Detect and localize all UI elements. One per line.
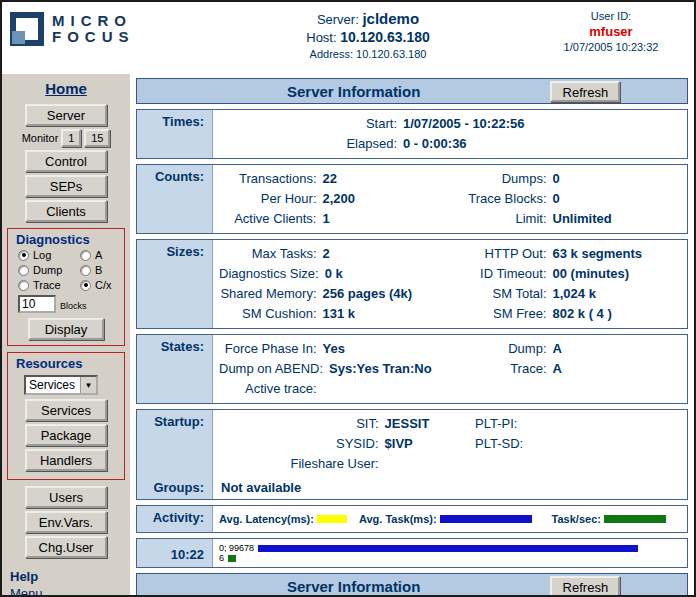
radio-b-icon[interactable] bbox=[80, 265, 91, 276]
radio-log-icon[interactable] bbox=[18, 250, 29, 261]
home-link[interactable]: Home bbox=[45, 80, 87, 97]
field-label: ID Timeout: bbox=[449, 264, 553, 284]
server-name-line: Server: jcldemo bbox=[200, 8, 536, 27]
footer-refresh-button[interactable]: Refresh bbox=[550, 576, 620, 597]
field-value: A bbox=[553, 359, 680, 379]
server-identity: Server: jcldemo Host: 10.120.63.180 Addr… bbox=[200, 8, 536, 60]
counts-section: Counts: Transactions:22 Dumps:0 Per Hour… bbox=[136, 164, 688, 234]
radio-a-label: A bbox=[95, 249, 102, 261]
startup-section: Startup: Groups: SIT:JESSIT PLT-PI: SYSI… bbox=[136, 409, 688, 500]
field-label: Active trace: bbox=[219, 379, 323, 399]
radio-log[interactable]: Log bbox=[18, 249, 80, 261]
sidebar: Home Server Monitor 1 15 Control SEPs Cl… bbox=[2, 74, 130, 595]
field-value bbox=[481, 454, 679, 474]
env-vars-button[interactable]: Env.Vars. bbox=[25, 511, 107, 533]
field-label: SM Free: bbox=[449, 304, 553, 324]
footer-title: Server Information bbox=[287, 578, 420, 595]
user-id-label: User ID: bbox=[536, 10, 686, 22]
radio-trace-label: Trace bbox=[33, 279, 61, 291]
field-value: A bbox=[553, 339, 680, 359]
radio-log-label: Log bbox=[33, 249, 51, 261]
field-label: Shared Memory: bbox=[219, 284, 323, 304]
services-button[interactable]: Services bbox=[25, 399, 107, 421]
field-label: PLT-SD: bbox=[449, 434, 529, 454]
seps-button[interactable]: SEPs bbox=[25, 175, 107, 197]
radio-dump-icon[interactable] bbox=[18, 265, 29, 276]
states-section: States: Force Phase In:Yes Dump:A Dump o… bbox=[136, 334, 688, 404]
diagnostics-radio-group: Log A Dump B bbox=[10, 249, 122, 291]
startup-section-label: Startup: bbox=[137, 414, 204, 429]
blocks-input[interactable] bbox=[18, 295, 56, 313]
monitor-row: Monitor 1 15 bbox=[2, 129, 130, 147]
times-section-label: Times: bbox=[137, 110, 213, 158]
address-line: Address: 10.120.63.180 bbox=[200, 45, 536, 60]
radio-dump[interactable]: Dump bbox=[18, 264, 80, 276]
states-row: Force Phase In:Yes Dump:A bbox=[219, 339, 679, 359]
host-value: 10.120.63.180 bbox=[340, 29, 430, 45]
field-value: 1/07/2005 - 10:22:56 bbox=[403, 114, 679, 134]
page-title: Server Information bbox=[287, 83, 420, 100]
groups-row: Not available bbox=[219, 480, 679, 495]
field-label: Active Clients: bbox=[219, 209, 323, 229]
field-label: Dump on ABEND: bbox=[219, 359, 329, 379]
legend-latency-label: Avg. Latency(ms): bbox=[219, 513, 314, 525]
server-value: jcldemo bbox=[362, 10, 419, 27]
users-button[interactable]: Users bbox=[25, 486, 107, 508]
radio-cx-icon[interactable] bbox=[80, 280, 91, 291]
clients-button[interactable]: Clients bbox=[25, 200, 107, 222]
server-button[interactable]: Server bbox=[25, 104, 107, 126]
times-start-row: Start: 1/07/2005 - 10:22:56 bbox=[219, 114, 679, 134]
radio-trace[interactable]: Trace bbox=[18, 279, 80, 291]
monitor-interval-button[interactable]: 1 bbox=[61, 129, 81, 147]
help-label: Help bbox=[2, 561, 130, 584]
field-value bbox=[553, 379, 680, 399]
chart-line1-value: 0; 99678 bbox=[219, 543, 254, 553]
field-value: 802 k ( 4 ) bbox=[553, 304, 680, 324]
field-label: Force Phase In: bbox=[219, 339, 323, 359]
field-label: SIT: bbox=[219, 414, 385, 434]
field-label: Trace: bbox=[449, 359, 553, 379]
menu-link[interactable]: Menu bbox=[2, 584, 130, 597]
field-value: 256 pages (4k) bbox=[323, 284, 450, 304]
server-information-header: Server Information Refresh bbox=[136, 78, 688, 104]
field-label: Transactions: bbox=[219, 169, 323, 189]
task-color-swatch bbox=[440, 515, 532, 523]
sizes-row: Shared Memory:256 pages (4k) SM Total:1,… bbox=[219, 284, 679, 304]
field-label: PLT-PI: bbox=[449, 414, 523, 434]
display-button[interactable]: Display bbox=[28, 318, 104, 340]
package-button[interactable]: Package bbox=[25, 424, 107, 446]
field-value: 1,024 k bbox=[553, 284, 680, 304]
monitor-count-button[interactable]: 15 bbox=[84, 129, 110, 147]
server-label: Server: bbox=[317, 12, 359, 27]
startup-row: Fileshare User: bbox=[219, 454, 679, 474]
radio-cx[interactable]: C/x bbox=[80, 279, 124, 291]
resources-select[interactable]: Services ▼ bbox=[24, 375, 98, 395]
states-row: Active trace: bbox=[219, 379, 679, 399]
startup-row: SIT:JESSIT PLT-PI: bbox=[219, 414, 679, 434]
field-value bbox=[529, 434, 679, 454]
refresh-button[interactable]: Refresh bbox=[550, 81, 620, 102]
field-value: 00 (minutes) bbox=[553, 264, 680, 284]
change-user-button[interactable]: Chg.User bbox=[25, 536, 107, 558]
address-label: Address: bbox=[310, 48, 353, 60]
radio-a-icon[interactable] bbox=[80, 250, 91, 261]
radio-trace-icon[interactable] bbox=[18, 280, 29, 291]
radio-a[interactable]: A bbox=[80, 249, 124, 261]
field-label bbox=[449, 454, 481, 474]
field-label bbox=[449, 379, 553, 399]
main-content: Server Information Refresh Times: Start:… bbox=[130, 74, 694, 595]
chart-line-2: 6 bbox=[219, 553, 679, 563]
chevron-down-icon[interactable]: ▼ bbox=[80, 377, 96, 393]
sizes-section: Sizes: Max Tasks:2 HTTP Out:63 k segment… bbox=[136, 239, 688, 329]
handlers-button[interactable]: Handlers bbox=[25, 449, 107, 471]
legend-task-label: Avg. Task(ms): bbox=[359, 513, 437, 525]
blocks-label: Blocks bbox=[60, 301, 87, 313]
tasksec-color-swatch bbox=[604, 515, 666, 523]
control-button[interactable]: Control bbox=[25, 150, 107, 172]
states-row: Dump on ABEND:Sys:Yes Tran:No Trace:A bbox=[219, 359, 679, 379]
field-value: 131 k bbox=[323, 304, 450, 324]
field-label: Dump: bbox=[449, 339, 553, 359]
logo-text: MICRO FOCUS bbox=[52, 13, 135, 45]
field-value: 0 bbox=[553, 169, 680, 189]
radio-b[interactable]: B bbox=[80, 264, 124, 276]
